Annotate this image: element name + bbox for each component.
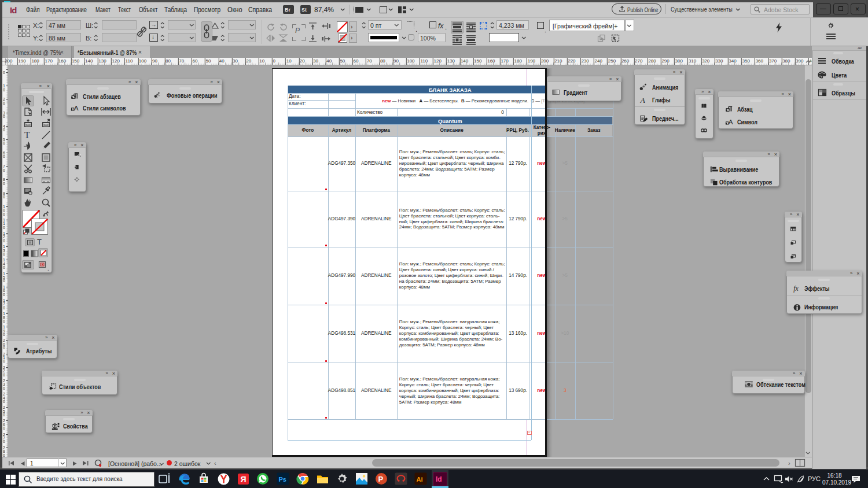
svg-text:A: A <box>74 104 79 112</box>
svg-text:A: A <box>639 96 645 105</box>
svg-text:Ps: Ps <box>279 476 286 483</box>
svg-text:Ai: Ai <box>417 476 423 483</box>
svg-text:P: P <box>378 475 384 483</box>
svg-text:fx: fx <box>793 285 799 293</box>
svg-text:A: A <box>729 118 733 125</box>
svg-text:Я: Я <box>240 475 246 484</box>
svg-text:T: T <box>24 130 30 140</box>
